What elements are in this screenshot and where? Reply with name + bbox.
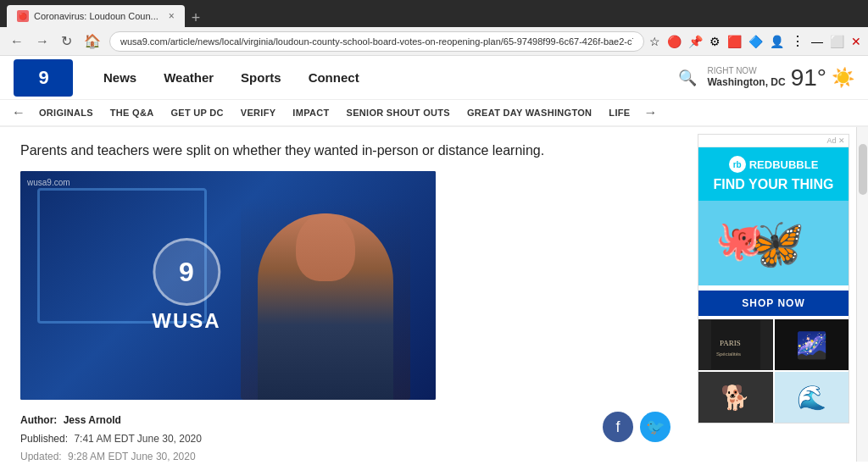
social-icons: f 🐦 [603, 412, 670, 442]
site-logo[interactable]: 9 [14, 59, 73, 97]
minimize-icon[interactable]: — [811, 35, 823, 48]
weather-label: RIGHT NOW [707, 65, 785, 76]
tab-title: Coronavirus: Loudoun Coun... [34, 11, 159, 21]
svg-text:PARIS: PARIS [720, 339, 741, 347]
secondary-nav-verify[interactable]: VERIFY [232, 100, 285, 126]
ad-shop-button[interactable]: SHOP NOW [698, 291, 849, 316]
video-watermark: wusa9.com [27, 178, 70, 187]
content-area: Parents and teachers were split on wheth… [0, 127, 868, 462]
main-content: Parents and teachers were split on wheth… [0, 127, 691, 462]
author-line: Author: Jess Arnold [20, 412, 202, 430]
ad-tagline: FIND YOUR THING [707, 176, 840, 192]
address-bar-row: ← → ↻ 🏠 ☆ 🔴 📌 ⚙ 🟥 🔷 👤 ⋮ — ⬜ ✕ [0, 27, 868, 56]
updated-time: 9:28 AM EDT June 30, 2020 [68, 451, 196, 462]
nav-news[interactable]: News [90, 56, 150, 100]
new-tab-button[interactable]: + [185, 9, 208, 27]
weather-temp: 91° [791, 64, 826, 91]
wusa-text-logo: WUSA [152, 309, 220, 333]
active-tab[interactable]: 🔴 Coronavirus: Loudoun Coun... × [7, 5, 185, 27]
weather-sun-icon: ☀️ [832, 67, 854, 89]
back-button[interactable]: ← [7, 32, 27, 51]
extension-icon-5[interactable]: 🔷 [748, 35, 763, 48]
bookmark-icon[interactable]: ☆ [649, 35, 660, 48]
main-nav: News Weather Sports Connect [90, 56, 678, 100]
redbubble-icon: rb [729, 156, 746, 173]
extension-icon-2[interactable]: 📌 [688, 35, 703, 48]
ad-mascot-area: 🦋 🐙 [698, 201, 849, 285]
svg-text:Spécialités: Spécialités [716, 352, 741, 357]
ad-product-1[interactable]: PARIS Spécialités [698, 319, 773, 370]
search-icon[interactable]: 🔍 [678, 69, 697, 87]
home-button[interactable]: 🏠 [81, 31, 104, 51]
article-meta: Author: Jess Arnold Published: 7:41 AM E… [20, 412, 670, 462]
author-label: Author: [20, 414, 57, 426]
user-profile-icon[interactable]: 👤 [770, 35, 784, 48]
secondary-nav: ← ORIGINALS THE Q&A GET UP DC VERIFY IMP… [0, 100, 868, 127]
scrollbar[interactable] [856, 127, 868, 462]
close-tab-button[interactable]: × [169, 10, 175, 22]
video-person-figure [241, 197, 410, 400]
updated-line: Updated: 9:28 AM EDT June 30, 2020 [20, 448, 202, 462]
secondary-nav-greatday[interactable]: GREAT DAY WASHINGTON [459, 100, 600, 126]
maximize-icon[interactable]: ⬜ [830, 35, 844, 48]
ad-mascot-2: 🐙 [715, 218, 763, 263]
ad-product-3[interactable]: 🐕 [698, 372, 773, 423]
ad-product-4[interactable]: 🌊 [775, 372, 849, 423]
url-input[interactable] [109, 31, 644, 52]
close-window-icon[interactable]: ✕ [851, 35, 861, 48]
secondary-nav-impact[interactable]: IMPACT [284, 100, 337, 126]
weather-widget: RIGHT NOW Washington, DC 91° ☀️ [707, 64, 854, 91]
weather-city: Washington, DC [707, 76, 785, 90]
video-screen: 9 WUSA [20, 171, 436, 400]
sidebar: Ad ✕ rb REDBUBBLE FIND YOUR THING 🦋 🐙 SH… [691, 127, 856, 462]
secondary-nav-prev[interactable]: ← [7, 105, 31, 120]
article-video[interactable]: 9 WUSA wusa9.com [20, 171, 436, 400]
ad-label: Ad ✕ [698, 135, 849, 147]
browser-menu-icon[interactable]: ⋮ [791, 33, 804, 49]
extension-icon-3[interactable]: ⚙ [709, 35, 721, 48]
published-label: Published: [20, 433, 68, 445]
ad-brand-name: REDBUBBLE [749, 158, 819, 171]
updated-label: Updated: [20, 451, 62, 462]
wusa-logo-overlay: 9 WUSA [152, 238, 220, 333]
secondary-nav-qa[interactable]: THE Q&A [102, 100, 163, 126]
tab-favicon: 🔴 [17, 10, 29, 22]
secondary-nav-next[interactable]: → [638, 105, 662, 120]
tab-bar: 🔴 Coronavirus: Loudoun Coun... × + [0, 0, 868, 27]
wusa-circle-logo: 9 [153, 238, 220, 306]
ad-product-grid: PARIS Spécialités 🌌 🐕 🌊 [698, 319, 849, 423]
twitter-share-button[interactable]: 🐦 [640, 412, 670, 442]
nav-connect[interactable]: Connect [295, 56, 373, 100]
nav-weather[interactable]: Weather [150, 56, 227, 100]
browser-extension-icons: ☆ 🔴 📌 ⚙ 🟥 🔷 👤 ⋮ — ⬜ ✕ [649, 33, 861, 49]
ad-header: rb REDBUBBLE FIND YOUR THING [698, 147, 849, 201]
extension-icon-1[interactable]: 🔴 [667, 35, 682, 48]
published-line: Published: 7:41 AM EDT June 30, 2020 [20, 430, 202, 449]
weather-location: RIGHT NOW Washington, DC [707, 65, 785, 90]
secondary-nav-originals[interactable]: ORIGINALS [31, 100, 102, 126]
site-header: 9 News Weather Sports Connect 🔍 RIGHT NO… [0, 56, 868, 100]
forward-button[interactable]: → [32, 32, 53, 51]
person-silhouette [258, 213, 393, 400]
person-head [296, 213, 355, 281]
secondary-nav-getupdc[interactable]: GET UP DC [162, 100, 231, 126]
ad-product-2[interactable]: 🌌 [775, 319, 849, 370]
facebook-share-button[interactable]: f [603, 412, 633, 442]
refresh-button[interactable]: ↻ [58, 31, 75, 51]
header-right: 🔍 RIGHT NOW Washington, DC 91° ☀️ [678, 64, 854, 91]
extension-icon-4[interactable]: 🟥 [727, 35, 742, 48]
published-time: 7:41 AM EDT June 30, 2020 [74, 433, 202, 445]
secondary-nav-shoutouts[interactable]: SENIOR SHOUT OUTS [338, 100, 459, 126]
scroll-thumb[interactable] [859, 144, 867, 195]
meta-left: Author: Jess Arnold Published: 7:41 AM E… [20, 412, 202, 462]
secondary-nav-life[interactable]: LIFE [600, 100, 638, 126]
ad-logo: rb REDBUBBLE [707, 156, 840, 173]
article-subtitle: Parents and teachers were split on wheth… [20, 141, 670, 161]
advertisement-box: Ad ✕ rb REDBUBBLE FIND YOUR THING 🦋 🐙 SH… [698, 134, 849, 423]
nav-sports[interactable]: Sports [227, 56, 295, 100]
author-name: Jess Arnold [64, 414, 121, 426]
logo-text: 9 [38, 67, 47, 89]
